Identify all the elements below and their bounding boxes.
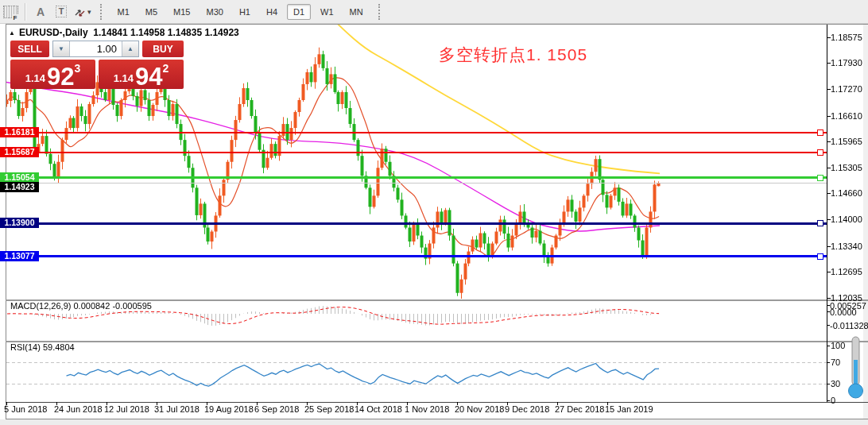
grid-f-icon: F	[3, 6, 18, 18]
chart-shift-icon[interactable]: F	[1, 2, 20, 21]
arrows-tool-icon[interactable]: ▾	[72, 2, 92, 21]
text-box-icon[interactable]: T	[52, 2, 71, 21]
timeframe-button-m1[interactable]: M1	[111, 4, 136, 20]
one-click-trading-panel: SELL ▼ 1.00 ▲ BUY 1.14 92 3 1.14 94 2	[10, 41, 184, 89]
buy-price-pip: 2	[163, 62, 169, 75]
volume-down-button[interactable]: ▼	[53, 41, 70, 56]
toolbar-separator	[25, 3, 26, 21]
sell-button[interactable]: SELL	[10, 41, 49, 57]
sell-price-prefix: 1.14	[25, 72, 45, 84]
volume-input[interactable]: 1.00	[70, 41, 122, 56]
trade-panel-price-row: 1.14 92 3 1.14 94 2	[10, 60, 184, 89]
volume-up-button[interactable]: ▲	[122, 41, 138, 56]
buy-price-prefix: 1.14	[114, 72, 134, 84]
timeframe-button-h4[interactable]: H4	[260, 4, 284, 20]
buy-button[interactable]: BUY	[142, 41, 184, 57]
trade-panel-top-row: SELL ▼ 1.00 ▲ BUY	[10, 41, 184, 57]
buy-price-main: 94	[135, 67, 162, 87]
timeframe-button-mn[interactable]: MN	[343, 4, 370, 20]
sell-price-tile[interactable]: 1.14 92 3	[10, 60, 95, 89]
timeframe-button-m15[interactable]: M15	[167, 4, 196, 20]
timeframe-button-m30[interactable]: M30	[200, 4, 230, 20]
text-label-icon[interactable]: A	[31, 2, 50, 21]
timeframe-button-h1[interactable]: H1	[233, 4, 257, 20]
timeframe-button-m5[interactable]: M5	[139, 4, 164, 20]
buy-price-tile[interactable]: 1.14 94 2	[99, 60, 184, 89]
chevron-down-icon: ▾	[87, 8, 91, 16]
thermometer-icon[interactable]	[844, 334, 868, 404]
toolbar: FAT▾M1M5M15M30H1H4D1W1MN	[0, 0, 868, 24]
sell-price-pip: 3	[75, 62, 81, 75]
mt4-terminal: FAT▾M1M5M15M30H1H4D1W1MN ▲EURUSD-,Daily …	[0, 0, 868, 425]
letter-a-icon: A	[37, 6, 45, 18]
volume-stepper: ▼ 1.00 ▲	[52, 41, 139, 57]
sell-price-main: 92	[47, 67, 74, 87]
toolbar-grip	[378, 4, 382, 20]
toolbar-grip	[100, 4, 104, 20]
timeframe-button-w1[interactable]: W1	[314, 4, 340, 20]
letter-t-icon: T	[56, 6, 68, 17]
timeframe-button-d1[interactable]: D1	[287, 4, 311, 20]
diagonal-arrows-icon	[73, 6, 86, 17]
